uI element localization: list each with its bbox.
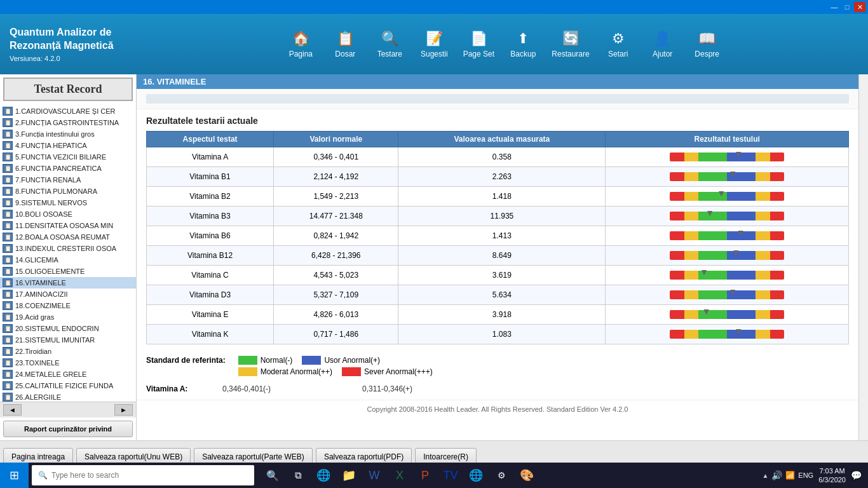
sidebar-item-7[interactable]: 📋8.FUNCTIA PULMONARA xyxy=(0,186,136,197)
bar-arrow-2: ▼ xyxy=(717,188,726,198)
sidebar-item-11[interactable]: 📋12.BOALA OSOASA REUMAT xyxy=(0,231,136,243)
search-input[interactable] xyxy=(51,471,248,480)
copyright: Copyright 2008-2016 Health Leader. All R… xyxy=(137,400,858,418)
taskbar-clock[interactable]: 7:03 AM 6/3/2020 xyxy=(818,466,846,485)
indicator-bar-4: ▼ xyxy=(670,229,784,243)
sidebar-item-18[interactable]: 📋19.Acid gras xyxy=(0,311,136,323)
reference-val1: 0,346-0,401(-) xyxy=(222,384,349,393)
nav-btn-sugestii[interactable]: 📝Sugestii xyxy=(415,27,453,62)
seg-yellow-right-1 xyxy=(756,172,770,181)
nav-btn-backup[interactable]: ⬆Backup xyxy=(504,27,542,62)
sidebar-item-19[interactable]: 📋20.SISTEMUL ENDOCRIN xyxy=(0,323,136,334)
nav-btn-despre[interactable]: 📖Despre xyxy=(688,27,726,62)
bar-arrow-4: ▼ xyxy=(736,227,745,238)
nav-icon-6: 🔄 xyxy=(562,30,580,47)
seg-red-right-4 xyxy=(770,231,785,240)
sidebar-item-12[interactable]: 📋13.INDEXUL CRESTERII OSOA xyxy=(0,243,136,254)
seg-red-right-8 xyxy=(770,310,785,319)
sidebar-item-1[interactable]: 📋2.FUNCȚIA GASTROINTESTINA xyxy=(0,117,136,128)
sidebar-next-btn[interactable]: ► xyxy=(114,404,133,416)
taskbar-search-icon[interactable]: 🔍 xyxy=(261,463,285,488)
legend-sever: Sever Anormal(+++) xyxy=(342,367,433,376)
tray-speaker-icon[interactable]: 🔊 xyxy=(771,470,782,480)
taskbar-word-icon[interactable]: W xyxy=(362,463,386,488)
sidebar-item-icon-13: 📋 xyxy=(3,255,13,264)
legend-usor-box xyxy=(302,356,321,365)
scrollbar-right[interactable] xyxy=(858,74,868,440)
sidebar-item-13[interactable]: 📋14.GLICEMIA xyxy=(0,254,136,266)
sidebar-item-22[interactable]: 📋23.TOXINELE xyxy=(0,357,136,369)
sidebar-item-label-8: 9.SISTEMUL NERVOS xyxy=(15,199,87,207)
legend-items: Normal(-) Usor Anormal(+) Moderat Anorma… xyxy=(238,356,433,376)
taskbar-teamviewer-icon[interactable]: TV xyxy=(438,463,463,488)
seg-yellow-1 xyxy=(684,172,699,181)
sidebar-item-icon-9: 📋 xyxy=(3,210,13,219)
sidebar-item-14[interactable]: 📋15.OLIGOELEMENTE xyxy=(0,266,136,277)
tray-network-icon[interactable]: 📶 xyxy=(785,471,795,480)
seg-yellow-2 xyxy=(684,192,699,201)
sidebar-item-15[interactable]: 📋16.VITAMINELE xyxy=(0,277,136,288)
sidebar-item-16[interactable]: 📋17.AMINOACIZII xyxy=(0,288,136,300)
sidebar-item-5[interactable]: 📋6.FUNCTIA PANCREATICA xyxy=(0,163,136,174)
sidebar-item-23[interactable]: 📋24.METALELE GRELE xyxy=(0,369,136,380)
sidebar-item-2[interactable]: 📋3.Funcția intestinului gros xyxy=(0,128,136,140)
sidebar-item-label-23: 24.METALELE GRELE xyxy=(15,370,86,378)
bar-segments-5 xyxy=(670,251,784,260)
sidebar-item-9[interactable]: 📋10.BOLI OSOASE xyxy=(0,208,136,220)
nav-btn-testare[interactable]: 🔍Testare xyxy=(370,27,409,62)
nav-btn-dosar[interactable]: 📋Dosar xyxy=(326,27,364,62)
tray-chevron-icon[interactable]: ▲ xyxy=(762,472,768,479)
taskbar-date-display: 6/3/2020 xyxy=(818,475,846,484)
taskbar-folder-icon[interactable]: 📁 xyxy=(337,463,361,488)
search-bar[interactable]: 🔍 xyxy=(32,465,254,485)
notification-icon[interactable]: 💬 xyxy=(851,470,862,480)
nav-icon-1: 📋 xyxy=(337,30,354,47)
taskbar-ppt-icon[interactable]: P xyxy=(413,463,437,488)
start-button[interactable]: ⊞ xyxy=(0,463,29,488)
sidebar-item-label-5: 6.FUNCTIA PANCREATICA xyxy=(15,165,102,172)
cell-aspect-7: Vitamina D3 xyxy=(147,285,274,305)
taskbar-app3-icon[interactable]: 🎨 xyxy=(515,463,539,488)
nav-btn-setari[interactable]: ⚙Setari xyxy=(599,27,637,62)
sidebar-item-3[interactable]: 📋4.FUNCȚIA HEPATICA xyxy=(0,140,136,151)
minimize-button[interactable]: — xyxy=(829,2,840,12)
seg-red-right-5 xyxy=(770,251,785,260)
sidebar-item-icon-3: 📋 xyxy=(3,141,13,150)
close-button[interactable]: ✕ xyxy=(854,2,865,12)
seg-red-left-4 xyxy=(670,231,684,240)
sidebar-item-20[interactable]: 📋21.SISTEMUL IMUNITAR xyxy=(0,334,136,346)
taskbar-chrome-icon[interactable]: 🌐 xyxy=(464,463,488,488)
taskbar-task-view-icon[interactable]: ⧉ xyxy=(286,463,310,488)
sidebar-item-24[interactable]: 📋25.CALITATILE FIZICE FUNDA xyxy=(0,380,136,391)
nav-icon-0: 🏠 xyxy=(292,30,309,47)
cell-measured-1: 2.263 xyxy=(398,167,606,187)
sidebar-item-21[interactable]: 📋22.Tiroidian xyxy=(0,346,136,357)
cell-aspect-1: Vitamina B1 xyxy=(147,167,274,187)
sidebar-item-6[interactable]: 📋7.FUNCTIA RENALA xyxy=(0,174,136,186)
seg-yellow-right-5 xyxy=(756,251,770,260)
sidebar-prev-btn[interactable]: ◄ xyxy=(3,404,22,416)
sidebar-item-label-3: 4.FUNCȚIA HEPATICA xyxy=(15,142,87,149)
tray-lang[interactable]: ENG xyxy=(798,471,813,479)
sidebar-item-10[interactable]: 📋11.DENSITATEA OSOASA MIN xyxy=(0,220,136,231)
seg-yellow-3 xyxy=(684,212,699,220)
report-btn[interactable]: Raport cuprinzător privind xyxy=(3,421,133,437)
cell-measured-6: 3.619 xyxy=(398,266,606,285)
taskbar-edge-icon[interactable]: 🌐 xyxy=(311,463,336,488)
sidebar-item-8[interactable]: 📋9.SISTEMUL NERVOS xyxy=(0,197,136,208)
nav-btn-pagina[interactable]: 🏠Pagina xyxy=(281,27,320,62)
cell-aspect-0: Vitamina A xyxy=(147,147,274,167)
taskbar-app2-icon[interactable]: ⚙ xyxy=(489,463,513,488)
nav-btn-restaurare[interactable]: 🔄Restaurare xyxy=(548,27,592,62)
nav-btn-ajutor[interactable]: 👤Ajutor xyxy=(644,27,682,62)
nav-btn-page set[interactable]: 📄Page Set xyxy=(459,27,498,62)
sidebar-item-4[interactable]: 📋5.FUNCTIA VEZICII BILIARE xyxy=(0,151,136,163)
nav-label-3: Sugestii xyxy=(421,50,448,58)
sidebar-item-25[interactable]: 📋26.ALERGIILE xyxy=(0,391,136,402)
sidebar-item-0[interactable]: 📋1.CARDIOVASCULARE ȘI CER xyxy=(0,105,136,117)
sidebar-item-label-24: 25.CALITATILE FIZICE FUNDA xyxy=(15,382,113,390)
restore-button[interactable]: □ xyxy=(841,2,853,12)
top-bar xyxy=(146,94,849,104)
taskbar-excel-icon[interactable]: X xyxy=(388,463,412,488)
sidebar-item-17[interactable]: 📋18.COENZIMELE xyxy=(0,300,136,311)
